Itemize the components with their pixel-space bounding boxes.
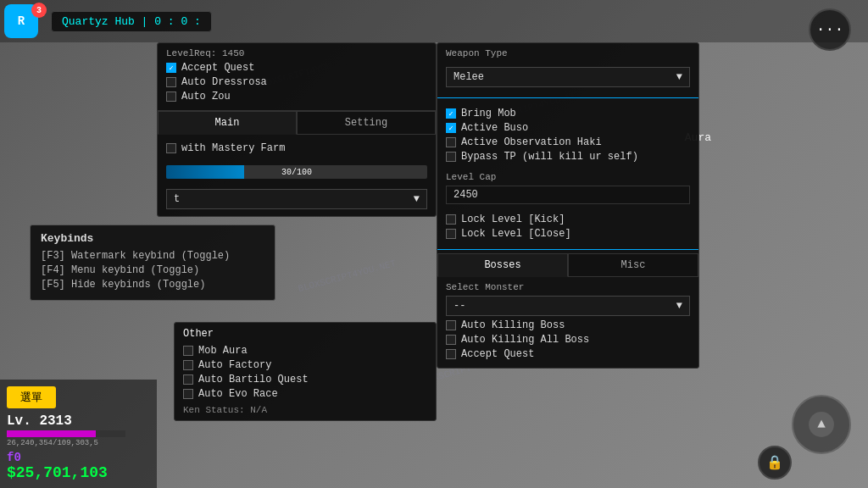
auto-killing-all-boss-row[interactable]: Auto Killing All Boss (446, 334, 690, 346)
auto-dressrosa-checkbox[interactable] (166, 77, 176, 87)
weapon-value: Melee (453, 71, 484, 83)
other-title: Other (183, 328, 427, 340)
auto-killing-all-boss-label: Auto Killing All Boss (461, 334, 589, 346)
keybind-f3: [F3] Watermark keybind (Toggle) (41, 250, 264, 262)
bypass-tp-checkbox[interactable] (446, 152, 456, 162)
bosses-section: Select Monster -- ▼ Auto Killing Boss Au… (437, 277, 698, 368)
keybind-f5: [F5] Hide keybinds (Toggle) (41, 279, 264, 291)
menu-button[interactable]: ··· (809, 8, 851, 51)
main-tabs: Main Setting (158, 111, 436, 135)
bring-mob-row[interactable]: Bring Mob (446, 108, 690, 119)
level-display: Lv. 2313 (7, 413, 150, 429)
lock-level-kick-row[interactable]: Lock Level [Kick] (446, 214, 690, 225)
right-hud: ··· (792, 0, 868, 488)
currency-display: f0 (7, 451, 150, 464)
accept-quest2-row[interactable]: Accept Quest (446, 348, 690, 360)
tab-setting[interactable]: Setting (297, 111, 436, 135)
active-buso-checkbox[interactable] (446, 123, 456, 133)
auto-factory-checkbox[interactable] (183, 360, 193, 370)
dropdown-section: t ▼ (158, 182, 436, 216)
keybinds-title: Keybinds (41, 232, 264, 245)
auto-evo-label: Auto Evo Race (198, 388, 278, 400)
lock-level-kick-checkbox[interactable] (446, 214, 456, 225)
active-obs-haki-checkbox[interactable] (446, 137, 456, 147)
monster-dropdown[interactable]: -- ▼ (446, 296, 690, 316)
auto-zou-checkbox[interactable] (166, 92, 176, 102)
right-panel: Weapon Type Melee ▼ Bring Mob Active Bus… (437, 42, 699, 369)
level-req: LevelReq: 1450 (166, 48, 427, 58)
auto-factory-row[interactable]: Auto Factory (183, 359, 427, 371)
auto-killing-all-boss-checkbox[interactable] (446, 335, 456, 345)
mob-aura-checkbox[interactable] (183, 346, 193, 356)
auto-dressrosa-row[interactable]: Auto Dressrosa (166, 76, 427, 88)
notification-badge: 3 (31, 3, 47, 18)
boss-tabs: Bosses Misc (437, 253, 698, 277)
level-req-section: LevelReq: 1450 Accept Quest Auto Dressro… (158, 43, 436, 111)
weapon-arrow-icon: ▼ (676, 71, 682, 83)
keybind-f4: [F4] Menu keybind (Toggle) (41, 264, 264, 276)
accept-quest2-checkbox[interactable] (446, 349, 456, 359)
hub-title: Quartyz Hub | 0 : 0 : (51, 11, 212, 32)
accept-quest-label: Accept Quest (181, 62, 254, 74)
mastery-label: with Mastery Farm (181, 142, 285, 154)
with-mastery-row: with Mastery Farm (158, 135, 436, 162)
auto-killing-boss-label: Auto Killing Boss (461, 319, 565, 331)
combat-options: Bring Mob Active Buso Active Observation… (437, 102, 698, 169)
progress-text: 30/100 (166, 165, 427, 179)
bypass-tp-row[interactable]: Bypass TP (will kill ur self) (446, 151, 690, 163)
lock-level-kick-label: Lock Level [Kick] (461, 214, 565, 225)
weapon-dropdown[interactable]: Melee ▼ (446, 67, 690, 87)
monster-value: -- (453, 300, 465, 312)
hud-bottom-left: 選單 Lv. 2313 26,240,354/109,303,5 f0 $25,… (0, 380, 157, 488)
progress-bar: 30/100 (166, 165, 427, 179)
other-panel: Other Mob Aura Auto Factory Auto Bartilo… (174, 322, 437, 421)
weapon-dropdown-section: Melee ▼ (437, 60, 698, 94)
mastery-checkbox[interactable] (166, 143, 176, 153)
lock-level-close-row[interactable]: Lock Level [Close] (446, 228, 690, 240)
beli-display: $25,701,103 (7, 464, 150, 481)
auto-killing-boss-row[interactable]: Auto Killing Boss (446, 319, 690, 331)
active-buso-row[interactable]: Active Buso (446, 122, 690, 134)
auto-zou-row[interactable]: Auto Zou (166, 91, 427, 103)
auto-bartilo-label: Auto Bartilo Quest (198, 374, 309, 385)
ken-status: Ken Status: N/A (183, 405, 427, 415)
main-dropdown[interactable]: t ▼ (166, 189, 427, 209)
auto-killing-boss-checkbox[interactable] (446, 320, 456, 330)
accept-quest-checkbox[interactable] (166, 63, 176, 73)
exp-text: 26,240,354/109,303,5 (7, 439, 150, 447)
monster-arrow-icon: ▼ (676, 300, 682, 312)
lock-level-close-label: Lock Level [Close] (461, 228, 571, 240)
auto-evo-checkbox[interactable] (183, 389, 193, 399)
tab-main[interactable]: Main (158, 111, 297, 135)
mastery-checkbox-row[interactable]: with Mastery Farm (166, 142, 427, 154)
auto-bartilo-row[interactable]: Auto Bartilo Quest (183, 374, 427, 385)
active-obs-haki-label: Active Observation Haki (461, 136, 602, 148)
progress-area: 30/100 (158, 162, 436, 182)
lock-level-close-checkbox[interactable] (446, 229, 456, 239)
weapon-type-label: Weapon Type (437, 43, 698, 60)
top-bar: R 3 Quartyz Hub | 0 : 0 : (0, 0, 868, 42)
tab-misc[interactable]: Misc (568, 253, 698, 277)
level-cap-value: 2450 (446, 186, 690, 204)
dropdown-arrow-icon: ▼ (414, 193, 420, 205)
auto-dressrosa-label: Auto Dressrosa (181, 76, 267, 88)
select-button[interactable]: 選單 (7, 386, 56, 408)
active-buso-label: Active Buso (461, 122, 528, 134)
exp-fill (7, 430, 96, 437)
lock-level-section: Lock Level [Kick] Lock Level [Close] (437, 208, 698, 246)
bring-mob-label: Bring Mob (461, 108, 516, 119)
bring-mob-checkbox[interactable] (446, 108, 456, 119)
bypass-tp-label: Bypass TP (will kill ur self) (461, 151, 638, 163)
accept-quest-row[interactable]: Accept Quest (166, 62, 427, 74)
mob-aura-row[interactable]: Mob Aura (183, 345, 427, 357)
level-cap-label: Level Cap (437, 169, 698, 184)
active-obs-haki-row[interactable]: Active Observation Haki (446, 136, 690, 148)
auto-bartilo-checkbox[interactable] (183, 374, 193, 385)
select-monster-label: Select Monster (446, 282, 690, 292)
lock-button[interactable]: 🔒 (758, 446, 792, 480)
accept-quest2-label: Accept Quest (461, 348, 534, 360)
auto-evo-row[interactable]: Auto Evo Race (183, 388, 427, 400)
tab-bosses[interactable]: Bosses (437, 253, 568, 277)
section-divider-1 (437, 97, 698, 98)
auto-zou-label: Auto Zou (181, 91, 231, 103)
